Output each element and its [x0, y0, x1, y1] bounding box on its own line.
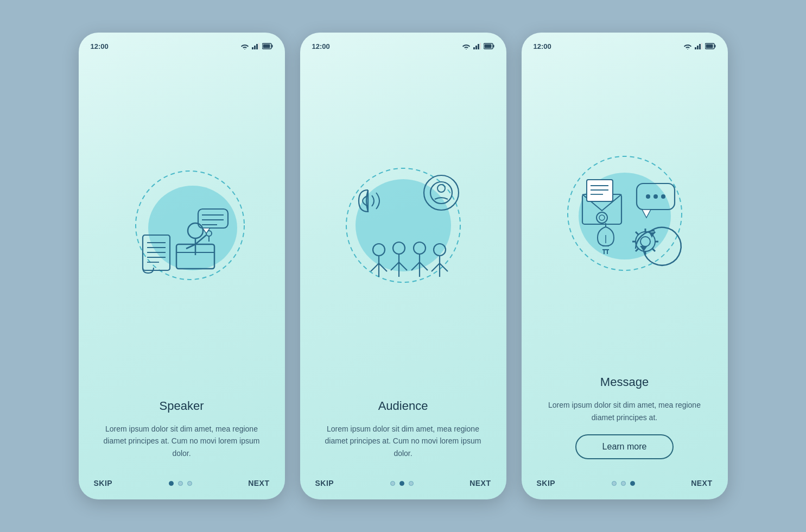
svg-rect-28 [473, 47, 475, 49]
svg-rect-1 [254, 46, 256, 49]
audience-title: Audience [378, 399, 428, 413]
nav-dots-1 [169, 481, 192, 486]
skip-button-1[interactable]: SKIP [94, 479, 113, 487]
svg-rect-59 [701, 43, 702, 49]
audience-body: Lorem ipsum dolor sit dim amet, mea regi… [318, 423, 489, 459]
status-icons-3 [683, 43, 716, 50]
svg-point-36 [356, 179, 451, 271]
nav-bar-2: SKIP NEXT [300, 470, 506, 499]
svg-point-76 [661, 194, 665, 199]
dot-1-2 [178, 481, 183, 486]
svg-rect-58 [699, 44, 701, 49]
status-icons-1 [240, 43, 273, 50]
nav-dots-3 [612, 481, 635, 486]
dot-3-3 [630, 481, 635, 486]
next-button-1[interactable]: NEXT [248, 479, 269, 487]
svg-rect-31 [480, 43, 481, 49]
svg-rect-5 [271, 45, 273, 47]
svg-rect-61 [714, 45, 716, 47]
status-bar-3: 12:00 [522, 42, 728, 50]
svg-rect-29 [475, 46, 477, 49]
phones-container: 12:00 [79, 33, 728, 499]
speaker-body: Lorem ipsum dolor sit dim amet, mea regi… [96, 423, 268, 459]
phone-speaker: 12:00 [79, 33, 285, 499]
dot-2-2 [399, 481, 404, 486]
svg-rect-56 [695, 47, 696, 49]
svg-point-74 [646, 194, 650, 199]
learn-more-button[interactable]: Learn more [575, 434, 674, 459]
speaker-illustration [79, 56, 285, 395]
status-icons-2 [462, 43, 494, 50]
svg-rect-6 [263, 44, 270, 48]
phone-audience: 12:00 [300, 33, 506, 499]
message-illustration [522, 56, 728, 371]
svg-rect-34 [484, 44, 491, 48]
svg-rect-0 [252, 47, 253, 49]
svg-rect-2 [256, 44, 258, 49]
status-time-3: 12:00 [534, 42, 551, 50]
skip-button-3[interactable]: SKIP [537, 479, 556, 487]
signal-icon-3 [695, 43, 702, 50]
battery-icon-1 [262, 43, 273, 50]
dot-3-1 [612, 481, 617, 486]
battery-icon-3 [705, 43, 716, 50]
svg-rect-62 [706, 44, 713, 48]
signal-icon-2 [473, 43, 481, 50]
svg-rect-57 [697, 46, 699, 49]
phone-message: 12:00 [522, 33, 728, 499]
dot-1-3 [187, 481, 192, 486]
speaker-content: Speaker Lorem ipsum dolor sit dim amet, … [79, 399, 285, 470]
svg-rect-33 [493, 45, 494, 47]
wifi-icon-1 [240, 43, 249, 50]
status-time-1: 12:00 [91, 42, 109, 50]
dot-3-2 [621, 481, 626, 486]
status-time-2: 12:00 [312, 42, 330, 50]
next-button-2[interactable]: NEXT [469, 479, 491, 487]
wifi-icon-3 [683, 43, 692, 50]
dot-2-1 [390, 481, 395, 486]
wifi-icon-2 [462, 43, 471, 50]
battery-icon-2 [484, 43, 494, 50]
svg-line-42 [371, 263, 379, 271]
message-content: Message Lorem ipsum dolor sit dim amet, … [522, 375, 728, 470]
signal-icon-1 [252, 43, 259, 50]
svg-line-55 [440, 263, 448, 271]
speaker-title: Speaker [160, 399, 204, 413]
message-body: Lorem ipsum dolor sit dim amet, mea regi… [539, 399, 710, 423]
svg-rect-66 [587, 180, 613, 201]
svg-rect-3 [258, 43, 259, 49]
svg-line-54 [431, 263, 440, 271]
svg-rect-30 [478, 44, 479, 49]
audience-content: Audience Lorem ipsum dolor sit dim amet,… [300, 399, 506, 470]
nav-dots-2 [390, 481, 414, 486]
next-button-3[interactable]: NEXT [691, 479, 712, 487]
status-bar-2: 12:00 [300, 42, 506, 50]
dot-2-3 [409, 481, 414, 486]
nav-bar-3: SKIP NEXT [522, 470, 728, 499]
audience-illustration [300, 56, 506, 395]
skip-button-2[interactable]: SKIP [315, 479, 334, 487]
message-title: Message [600, 375, 649, 389]
nav-bar-1: SKIP NEXT [79, 470, 285, 499]
svg-point-39 [437, 185, 445, 192]
status-bar-1: 12:00 [79, 42, 285, 50]
dot-1-1 [169, 481, 174, 486]
svg-point-75 [653, 194, 658, 199]
